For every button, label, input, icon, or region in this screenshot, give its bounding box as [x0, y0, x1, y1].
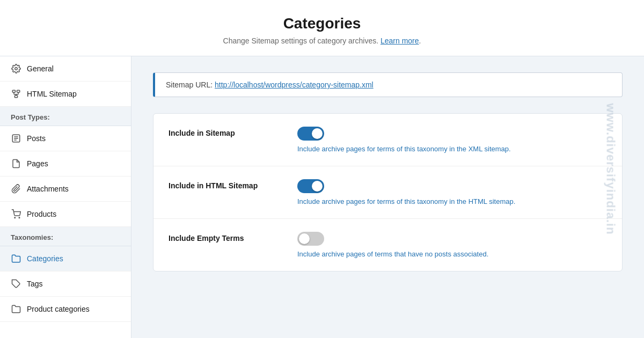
sidebar-item-products[interactable]: Products	[0, 202, 131, 227]
sidebar-item-categories[interactable]: Categories	[0, 246, 131, 271]
setting-row-include-html-sitemap: Include in HTML Sitemap Include archive …	[153, 166, 622, 219]
attachment-icon	[11, 183, 21, 194]
page-title: Categories	[11, 15, 633, 32]
tag-icon	[11, 278, 21, 289]
toggle-slider-on	[297, 127, 324, 141]
product-folder-icon	[11, 304, 21, 314]
svg-point-12	[14, 217, 16, 218]
sidebar-item-posts[interactable]: Posts	[0, 126, 131, 151]
page-subtitle: Change Sitemap settings of category arch…	[11, 36, 633, 45]
sidebar-section-post-types: Post Types:	[0, 107, 131, 126]
toggle-slider-html-on	[297, 179, 324, 193]
sitemap-url-link[interactable]: http://localhost/wordpress/category-site…	[215, 80, 374, 89]
svg-point-0	[15, 68, 18, 70]
sidebar-item-general[interactable]: General	[0, 56, 131, 82]
include-html-sitemap-control: Include archive pages for terms of this …	[297, 179, 515, 205]
svg-rect-1	[12, 90, 15, 92]
cart-icon	[11, 209, 21, 219]
sitemap-icon	[11, 89, 21, 99]
sidebar-item-categories-label: Categories	[27, 254, 63, 263]
svg-rect-3	[14, 95, 17, 98]
folder-icon	[11, 253, 21, 264]
sidebar-item-html-sitemap[interactable]: HTML Sitemap	[0, 82, 131, 107]
page-header: Categories Change Sitemap settings of ca…	[0, 0, 644, 56]
include-empty-terms-control: Include archive pages of terms that have…	[297, 232, 488, 258]
content-area: Sitemap URL: http://localhost/wordpress/…	[131, 56, 644, 338]
include-sitemap-control: Include archive pages for terms of this …	[297, 127, 511, 153]
include-sitemap-description: Include archive pages for terms of this …	[297, 145, 511, 153]
sidebar-section-taxonomies: Taxonomies:	[0, 227, 131, 246]
include-empty-terms-description: Include archive pages of terms that have…	[297, 250, 488, 258]
sidebar-item-posts-label: Posts	[27, 134, 46, 143]
pages-icon	[11, 158, 21, 169]
sidebar-item-pages-label: Pages	[27, 159, 48, 168]
sidebar: General HTML Sitemap Post Types:	[0, 56, 131, 338]
sidebar-item-html-sitemap-label: HTML Sitemap	[27, 90, 77, 98]
include-sitemap-label: Include in Sitemap	[169, 127, 276, 137]
setting-row-include-empty-terms: Include Empty Terms Include archive page…	[153, 219, 622, 271]
include-sitemap-toggle[interactable]	[297, 127, 324, 141]
sidebar-item-general-label: General	[27, 64, 54, 73]
sitemap-url-label: Sitemap URL:	[166, 80, 213, 89]
sidebar-item-product-categories-label: Product categories	[27, 305, 90, 313]
toggle-knob	[312, 128, 323, 139]
sidebar-item-attachments-label: Attachments	[27, 185, 69, 193]
include-html-sitemap-toggle[interactable]	[297, 179, 324, 193]
setting-row-include-sitemap: Include in Sitemap Include archive pages…	[153, 114, 622, 166]
sidebar-item-tags[interactable]: Tags	[0, 271, 131, 297]
toggle-slider-empty-off	[297, 232, 324, 246]
sitemap-url-box: Sitemap URL: http://localhost/wordpress/…	[153, 72, 623, 97]
sidebar-item-attachments[interactable]: Attachments	[0, 177, 131, 202]
posts-icon	[11, 133, 21, 144]
toggle-knob-empty	[299, 233, 310, 244]
svg-rect-2	[17, 90, 20, 92]
sidebar-item-product-categories[interactable]: Product categories	[0, 297, 131, 322]
learn-more-link[interactable]: Learn more	[380, 36, 419, 45]
toggle-knob-html	[312, 181, 323, 192]
include-empty-terms-label: Include Empty Terms	[169, 232, 276, 243]
settings-card: Include in Sitemap Include archive pages…	[153, 113, 623, 271]
main-layout: General HTML Sitemap Post Types:	[0, 56, 644, 338]
gear-icon	[11, 63, 21, 74]
sidebar-item-tags-label: Tags	[27, 280, 43, 288]
sidebar-item-pages[interactable]: Pages	[0, 151, 131, 177]
include-html-sitemap-label: Include in HTML Sitemap	[169, 179, 276, 190]
svg-point-13	[19, 217, 20, 218]
include-empty-terms-toggle[interactable]	[297, 232, 324, 246]
include-html-sitemap-description: Include archive pages for terms of this …	[297, 197, 515, 205]
sidebar-item-products-label: Products	[27, 210, 56, 218]
